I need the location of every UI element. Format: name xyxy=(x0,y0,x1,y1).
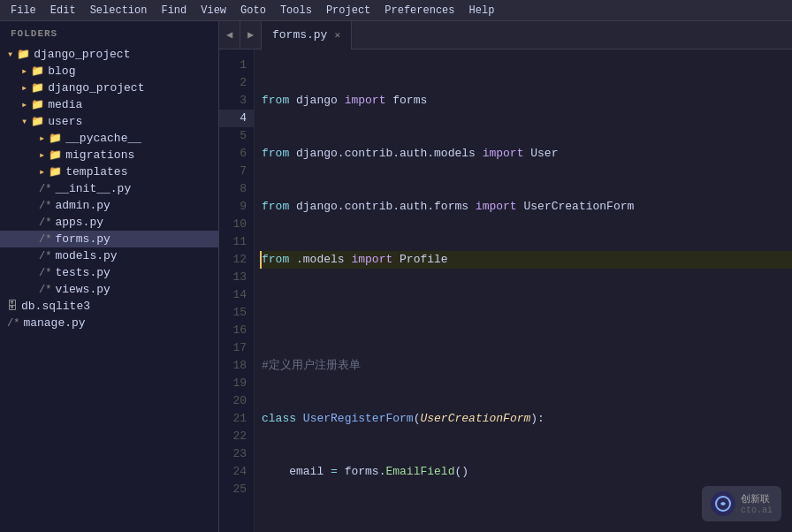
line-num-15: 15 xyxy=(219,304,254,322)
tree-item-label: db.sqlite3 xyxy=(21,300,90,313)
tree-file-db[interactable]: 🗄 db.sqlite3 xyxy=(0,298,218,315)
line-num-20: 20 xyxy=(219,392,254,410)
tree-item-label: tests.py xyxy=(55,266,110,279)
tree-file-forms[interactable]: /* forms.py xyxy=(0,231,218,247)
line-num-6: 6 xyxy=(219,145,254,163)
tab-forms-py[interactable]: forms.py ✕ xyxy=(262,21,352,49)
tabbar: ◀ ▶ forms.py ✕ xyxy=(219,21,792,49)
folder-icon: 📁 xyxy=(31,98,44,111)
tree-folder-blog[interactable]: ▸ 📁 blog xyxy=(0,63,218,80)
menu-find[interactable]: Find xyxy=(154,3,194,19)
tab-label: forms.py xyxy=(272,28,327,42)
file-icon: /* xyxy=(7,317,19,330)
file-icon: /* xyxy=(39,183,51,195)
tree-folder-django-project2[interactable]: ▸ 📁 django_project xyxy=(0,80,218,96)
folder-closed-icon: ▸ xyxy=(21,98,27,111)
tree-item-label: views.py xyxy=(55,283,110,296)
line-num-4: 4 xyxy=(219,110,254,127)
file-icon: /* xyxy=(39,267,51,279)
file-icon: /* xyxy=(39,217,51,229)
line-num-3: 3 xyxy=(219,92,254,110)
tree-file-admin[interactable]: /* admin.py xyxy=(0,197,218,214)
tree-folder-media[interactable]: ▸ 📁 media xyxy=(0,96,218,113)
line-num-11: 11 xyxy=(219,233,254,251)
code-content[interactable]: from django import forms from django.con… xyxy=(255,49,792,532)
menu-help[interactable]: Help xyxy=(462,3,502,19)
tree-file-apps[interactable]: /* apps.py xyxy=(0,214,218,231)
tree-item-label: __pycache__ xyxy=(65,132,141,145)
menubar: File Edit Selection Find View Goto Tools… xyxy=(0,0,792,21)
line-numbers: 1 2 3 4 5 6 7 8 9 10 11 12 13 14 15 16 1… xyxy=(219,49,255,532)
tree-folder-label: django_project xyxy=(34,48,130,61)
folder-icon: 📁 xyxy=(17,48,30,61)
tree-file-views[interactable]: /* views.py xyxy=(0,281,218,298)
folder-closed-icon: ▸ xyxy=(21,81,27,95)
folder-icon: 📁 xyxy=(49,165,62,179)
code-line-2: from django.contrib.auth.models import U… xyxy=(262,145,792,163)
menu-view[interactable]: View xyxy=(194,3,233,19)
line-num-23: 23 xyxy=(219,445,254,463)
line-num-9: 9 xyxy=(219,198,254,216)
sidebar-header: FOLDERS xyxy=(0,21,218,46)
line-num-14: 14 xyxy=(219,286,254,304)
tree-file-models[interactable]: /* models.py xyxy=(0,247,218,264)
line-num-18: 18 xyxy=(219,357,254,375)
folder-closed-icon: ▸ xyxy=(39,148,45,162)
line-num-5: 5 xyxy=(219,127,254,145)
tree-item-label: __init__.py xyxy=(55,182,131,195)
menu-preferences[interactable]: Preferences xyxy=(377,3,461,19)
line-num-16: 16 xyxy=(219,322,254,339)
menu-file[interactable]: File xyxy=(4,3,43,19)
code-line-6: #定义用户注册表单 xyxy=(262,357,792,375)
tree-folder-templates[interactable]: ▸ 📁 templates xyxy=(0,163,218,180)
file-icon: /* xyxy=(39,233,51,246)
tree-item-label: django_project xyxy=(48,81,144,95)
tab-nav-left[interactable]: ◀ xyxy=(219,21,240,49)
line-num-10: 10 xyxy=(219,216,254,233)
tree-item-label: migrations xyxy=(65,148,134,162)
line-num-1: 1 xyxy=(219,57,254,74)
folder-icon: 📁 xyxy=(31,81,44,95)
folder-icon: 📁 xyxy=(31,65,44,78)
tab-close-button[interactable]: ✕ xyxy=(334,29,340,41)
tree-folder-users[interactable]: ▾ 📁 users xyxy=(0,113,218,130)
menu-tools[interactable]: Tools xyxy=(273,3,319,19)
code-line-8: email = forms.EmailField() xyxy=(262,463,792,481)
tree-folder-pycache[interactable]: ▸ 📁 __pycache__ xyxy=(0,130,218,147)
file-icon: /* xyxy=(39,200,51,212)
code-editor[interactable]: 1 2 3 4 5 6 7 8 9 10 11 12 13 14 15 16 1… xyxy=(219,49,792,532)
menu-selection[interactable]: Selection xyxy=(83,3,155,19)
line-num-8: 8 xyxy=(219,180,254,198)
tree-file-manage[interactable]: /* manage.py xyxy=(0,315,218,331)
tree-file-tests[interactable]: /* tests.py xyxy=(0,264,218,281)
tree-folder-migrations[interactable]: ▸ 📁 migrations xyxy=(0,147,218,163)
tab-nav-right[interactable]: ▶ xyxy=(240,21,262,49)
tree-folder-django-project[interactable]: ▾ 📁 django_project xyxy=(0,46,218,63)
line-num-21: 21 xyxy=(219,410,254,428)
menu-project[interactable]: Project xyxy=(319,3,377,19)
menu-edit[interactable]: Edit xyxy=(43,3,83,19)
line-num-2: 2 xyxy=(219,74,254,92)
file-icon: /* xyxy=(39,250,51,262)
line-num-19: 19 xyxy=(219,375,254,392)
menu-goto[interactable]: Goto xyxy=(233,3,273,19)
tree-item-label: media xyxy=(48,98,82,111)
line-num-12: 12 xyxy=(219,251,254,269)
tree-item-label: apps.py xyxy=(55,216,103,229)
code-line-5 xyxy=(262,304,792,322)
line-num-24: 24 xyxy=(219,463,254,481)
code-line-9 xyxy=(262,516,792,532)
tree-file-init[interactable]: /* __init__.py xyxy=(0,180,218,197)
code-line-7: class UserRegisterForm(UserCreationForm)… xyxy=(262,410,792,428)
line-num-22: 22 xyxy=(219,428,254,445)
tree-item-label: models.py xyxy=(55,249,117,262)
tree-item-label: templates xyxy=(65,165,127,179)
code-line-3: from django.contrib.auth.forms import Us… xyxy=(262,198,792,216)
file-icon: /* xyxy=(39,284,51,296)
folder-icon: 📁 xyxy=(31,115,44,128)
line-num-25: 25 xyxy=(219,481,254,498)
line-num-17: 17 xyxy=(219,339,254,357)
folder-icon: 📁 xyxy=(49,148,62,162)
line-num-7: 7 xyxy=(219,163,254,180)
editor-area: ◀ ▶ forms.py ✕ 1 2 3 4 5 6 7 8 9 10 11 1… xyxy=(219,21,792,532)
